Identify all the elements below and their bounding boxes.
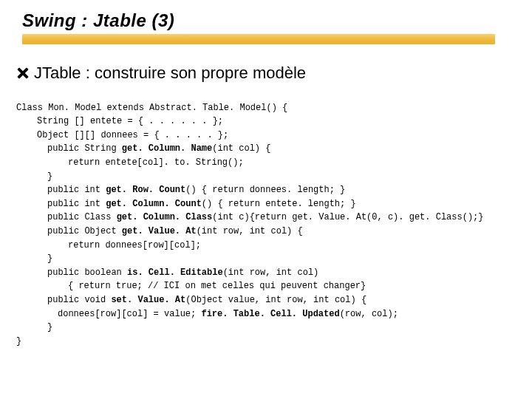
code-line: public int get. Column. Count() { return… bbox=[16, 197, 484, 211]
code-text: public int bbox=[47, 185, 106, 195]
code-line: public Class get. Column. Class(int c){r… bbox=[16, 211, 484, 225]
code-line: public int get. Row. Count() { return do… bbox=[16, 183, 484, 197]
slide: Swing : Jtable (3) JTable : construire s… bbox=[0, 0, 532, 399]
code-line: public String get. Column. Name(int col)… bbox=[16, 142, 484, 156]
code-line: Object [][] donnees = { . . . . . }; bbox=[16, 129, 484, 143]
code-text: donnees[row][col] = value; bbox=[58, 309, 201, 319]
subtitle: JTable : construire son propre modèle bbox=[34, 64, 306, 83]
code-text: public boolean bbox=[47, 267, 127, 278]
code-line: } bbox=[16, 252, 484, 266]
code-block: Class Mon. Model extends Abstract. Table… bbox=[16, 87, 484, 362]
code-method-name: get. Column. Count bbox=[106, 199, 202, 209]
code-method-name: is. Cell. Editable bbox=[127, 267, 223, 278]
code-method-name: fire. Table. Cell. Updated bbox=[201, 309, 339, 319]
code-text: (int col) { bbox=[212, 143, 270, 154]
code-line: String [] entete = { . . . . . . }; bbox=[16, 115, 484, 129]
code-line: return entete[col]. to. String(); bbox=[16, 156, 484, 170]
code-method-name: set. Value. At bbox=[111, 295, 185, 305]
code-text: () { return entete. length; } bbox=[202, 199, 356, 209]
code-line: public Object get. Value. At(int row, in… bbox=[16, 225, 484, 239]
code-text: public Object bbox=[47, 226, 122, 236]
code-text: (Object value, int row, int col) { bbox=[185, 295, 366, 305]
code-text: public Class bbox=[47, 212, 117, 222]
code-line: public boolean is. Cell. Editable(int ro… bbox=[16, 266, 484, 280]
code-line: donnees[row][col] = value; fire. Table. … bbox=[16, 307, 484, 321]
code-line: return donnees[row][col]; bbox=[16, 239, 484, 253]
code-text: () { return donnees. length; } bbox=[185, 185, 345, 195]
code-method-name: get. Column. Class bbox=[117, 212, 213, 222]
code-text: (row, col); bbox=[340, 309, 398, 319]
code-line: } bbox=[16, 170, 484, 184]
title-underline-stripe bbox=[22, 34, 495, 44]
code-text: public void bbox=[47, 295, 111, 305]
code-line: } bbox=[16, 336, 21, 347]
code-method-name: get. Column. Name bbox=[122, 143, 212, 154]
code-method-name: get. Value. At bbox=[122, 226, 197, 236]
page-title: Swing : Jtable (3) bbox=[22, 10, 174, 31]
subtitle-row: JTable : construire son propre modèle bbox=[16, 64, 306, 83]
code-line: } bbox=[16, 321, 484, 335]
code-line: { return true; // ICI on met celles qui … bbox=[16, 279, 484, 293]
code-line: public void set. Value. At(Object value,… bbox=[16, 293, 484, 307]
code-text: (int c){return get. Value. At(0, c). get… bbox=[212, 212, 483, 222]
code-method-name: get. Row. Count bbox=[106, 185, 185, 195]
code-text: (int row, int col) bbox=[223, 267, 319, 278]
bullet-cross-icon bbox=[16, 66, 30, 80]
code-text: public String bbox=[47, 143, 122, 154]
code-line: Class Mon. Model extends Abstract. Table… bbox=[16, 103, 287, 113]
code-text: (int row, int col) { bbox=[197, 226, 303, 236]
code-text: public int bbox=[47, 199, 106, 209]
